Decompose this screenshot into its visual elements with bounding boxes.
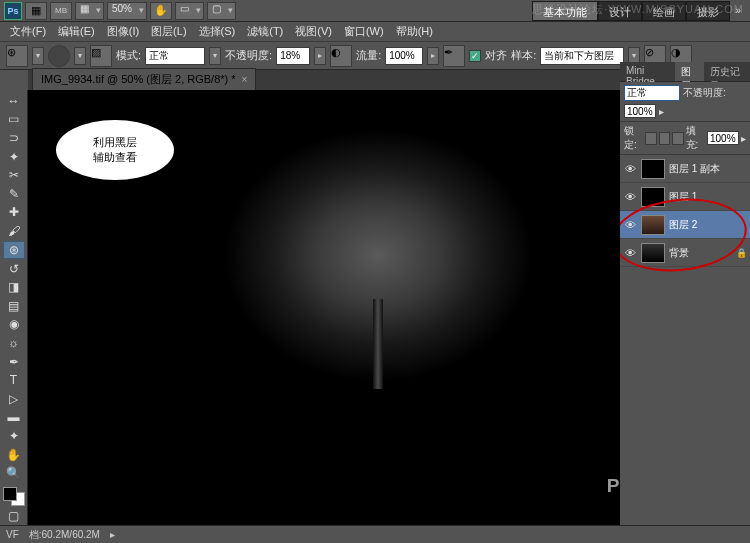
layer-name[interactable]: 图层 1 副本: [669, 162, 747, 176]
fg-color-swatch[interactable]: [3, 487, 17, 501]
visibility-icon[interactable]: 👁: [623, 162, 637, 176]
lock-position-icon[interactable]: [659, 132, 670, 145]
heal-tool[interactable]: ✚: [3, 204, 25, 222]
tab-design[interactable]: 设计: [598, 1, 642, 21]
tab-basic[interactable]: 基本功能: [532, 1, 598, 21]
mode-arrow[interactable]: ▾: [209, 47, 221, 65]
menu-file[interactable]: 文件(F): [4, 22, 52, 41]
document-tab-title: IMG_9934.tif @ 50% (图层 2, RGB/8*) *: [41, 72, 236, 87]
align-label: 对齐: [485, 48, 507, 63]
brush-arrow[interactable]: ▾: [74, 47, 86, 65]
blend-mode-select[interactable]: [624, 85, 680, 101]
layer-row[interactable]: 👁 图层 1: [620, 183, 750, 211]
tablet-opacity-icon[interactable]: ◐: [330, 45, 352, 67]
layer-thumbnail[interactable]: [641, 187, 665, 207]
visibility-icon[interactable]: 👁: [623, 246, 637, 260]
move-tool[interactable]: ↔: [3, 92, 25, 110]
fill-slider-icon[interactable]: ▸: [741, 133, 746, 144]
brush-preset-icon[interactable]: [48, 45, 70, 67]
history-brush-tool[interactable]: ↺: [3, 260, 25, 278]
hand-tool[interactable]: ✋: [3, 446, 25, 464]
3d-tool[interactable]: ✦: [3, 427, 25, 445]
lock-all-icon[interactable]: [672, 132, 683, 145]
mode-select[interactable]: [145, 47, 205, 65]
opacity-label: 不透明度:: [225, 48, 272, 63]
hand-icon[interactable]: ✋: [150, 2, 172, 20]
menu-window[interactable]: 窗口(W): [338, 22, 390, 41]
flow-input[interactable]: [385, 47, 423, 65]
marquee-tool[interactable]: ▭: [3, 111, 25, 129]
app-icon: Ps: [4, 2, 22, 20]
screen-menu[interactable]: ▢: [207, 2, 236, 20]
tool-arrow[interactable]: ▾: [32, 47, 44, 65]
layer-name[interactable]: 图层 1: [669, 190, 747, 204]
fill-label: 填充:: [686, 124, 705, 152]
status-arrow-icon[interactable]: ▸: [110, 529, 115, 540]
layer-name[interactable]: 背景: [669, 246, 732, 260]
airbrush-icon[interactable]: ✒: [443, 45, 465, 67]
zoom-tool[interactable]: 🔍: [3, 464, 25, 482]
tab-minibridge[interactable]: Mini Bridge: [620, 62, 675, 81]
eraser-tool[interactable]: ◨: [3, 278, 25, 296]
fill-input[interactable]: [707, 131, 739, 145]
status-zoom[interactable]: VF: [6, 529, 19, 540]
quickmask-icon[interactable]: ▢: [3, 507, 25, 525]
tab-photo[interactable]: 摄影: [686, 1, 730, 21]
panel-opacity-input[interactable]: [624, 104, 656, 118]
color-swatches[interactable]: [3, 487, 25, 506]
status-doc[interactable]: 档:60.2M/60.2M: [29, 528, 100, 542]
crop-tool[interactable]: ✂: [3, 166, 25, 184]
menu-filter[interactable]: 滤镜(T): [241, 22, 289, 41]
stamp-tool[interactable]: ⊛: [3, 241, 25, 259]
arrange-menu[interactable]: ▭: [175, 2, 204, 20]
mb-icon[interactable]: MB: [50, 2, 72, 20]
tab-history[interactable]: 历史记录: [704, 62, 750, 81]
zoom-select[interactable]: 50%: [107, 2, 147, 20]
opacity-arrow[interactable]: ▸: [314, 47, 326, 65]
blur-tool[interactable]: ◉: [3, 316, 25, 334]
menu-image[interactable]: 图像(I): [101, 22, 145, 41]
menu-edit[interactable]: 编辑(E): [52, 22, 101, 41]
tab-paint[interactable]: 绘画: [642, 1, 686, 21]
visibility-icon[interactable]: 👁: [623, 190, 637, 204]
layer-row[interactable]: 👁 背景 🔒: [620, 239, 750, 267]
bridge-icon[interactable]: ▦: [25, 2, 47, 20]
wand-tool[interactable]: ✦: [3, 148, 25, 166]
eyedropper-tool[interactable]: ✎: [3, 185, 25, 203]
brush-tool[interactable]: 🖌: [3, 222, 25, 240]
layer-thumbnail[interactable]: [641, 243, 665, 263]
menu-view[interactable]: 视图(V): [289, 22, 338, 41]
opacity-slider-icon[interactable]: ▸: [659, 106, 664, 117]
view-menu[interactable]: ▦: [75, 2, 104, 20]
brush-panel-icon[interactable]: ▨: [90, 45, 112, 67]
gradient-tool[interactable]: ▤: [3, 297, 25, 315]
sample-select[interactable]: [540, 47, 624, 65]
layer-thumbnail[interactable]: [641, 159, 665, 179]
workspace-more[interactable]: »: [730, 1, 746, 21]
layer-thumbnail[interactable]: [641, 215, 665, 235]
path-tool[interactable]: ▷: [3, 390, 25, 408]
layer-name[interactable]: 图层 2: [669, 218, 747, 232]
lasso-tool[interactable]: ⊃: [3, 129, 25, 147]
dodge-tool[interactable]: ☼: [3, 334, 25, 352]
lock-row: 锁定: 填充: ▸: [620, 122, 750, 155]
menu-help[interactable]: 帮助(H): [390, 22, 439, 41]
layer-row[interactable]: 👁 图层 2: [620, 211, 750, 239]
opacity-input[interactable]: [276, 47, 310, 65]
tab-layers[interactable]: 图层: [675, 62, 704, 81]
visibility-icon[interactable]: 👁: [623, 218, 637, 232]
type-tool[interactable]: T: [3, 371, 25, 389]
toolbox: ↔ ▭ ⊃ ✦ ✂ ✎ ✚ 🖌 ⊛ ↺ ◨ ▤ ◉ ☼ ✒ T ▷ ▬ ✦ ✋ …: [0, 90, 28, 525]
pen-tool[interactable]: ✒: [3, 353, 25, 371]
flow-arrow[interactable]: ▸: [427, 47, 439, 65]
stamp-icon[interactable]: ⊛: [6, 45, 28, 67]
document-tab-strip: IMG_9934.tif @ 50% (图层 2, RGB/8*) * ×: [28, 70, 620, 90]
menu-select[interactable]: 选择(S): [193, 22, 242, 41]
document-tab[interactable]: IMG_9934.tif @ 50% (图层 2, RGB/8*) * ×: [32, 68, 256, 90]
align-checkbox[interactable]: ✓: [469, 50, 481, 62]
menu-layer[interactable]: 图层(L): [145, 22, 192, 41]
lock-pixels-icon[interactable]: [645, 132, 656, 145]
close-icon[interactable]: ×: [242, 74, 248, 85]
shape-tool[interactable]: ▬: [3, 409, 25, 427]
layer-row[interactable]: 👁 图层 1 副本: [620, 155, 750, 183]
